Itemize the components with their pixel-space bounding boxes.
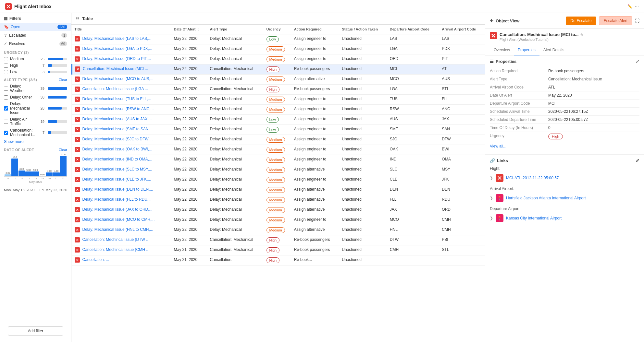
row-title-text[interactable]: Delay: Mechanical Issue (MCO to CMH,... — [82, 217, 155, 222]
row-title-text[interactable]: Delay: Mechanical Issue (SJC to DFW,... — [82, 137, 153, 142]
tab-alert-details[interactable]: Alert Details — [539, 45, 568, 55]
table-row[interactable]: ✕ Delay: Mechanical Issue (DEN to DEN,..… — [72, 185, 485, 195]
flight-link-item[interactable]: ❯ MCI-ATL-2012-11-22 05:00:57 — [490, 172, 639, 184]
add-filter-button[interactable]: Add filter — [8, 326, 63, 336]
row-title-text[interactable]: Delay: Mechanical Issue (FLL to RDU,... — [82, 197, 152, 202]
filter-delay-air-traffic[interactable]: Delay: Air Traffic 19 — [0, 116, 71, 127]
delay-mechanical-checkbox[interactable] — [4, 106, 8, 111]
table-row[interactable]: ✕ Delay: Mechanical Issue (OAK to BWI,..… — [72, 145, 485, 155]
arrival-airport-link-text[interactable]: Hartsfield Jackson Atlanta International… — [506, 196, 586, 200]
departure-airport-link-text[interactable]: Kansas City International Airport — [506, 216, 562, 220]
cell-status: Unactioned — [339, 95, 387, 105]
table-row[interactable]: ✕ Delay: Mechanical Issue (FLL to RDU,..… — [72, 195, 485, 205]
sidebar-open[interactable]: 🔖 Open 230 — [0, 23, 71, 31]
cell-title: ✕ Cancellation: ... — [72, 255, 171, 265]
open-icon: 🔖 — [4, 25, 9, 29]
filter-urgency-low[interactable]: Low 3 — [0, 69, 71, 75]
properties-expand-icon[interactable]: ⤢ — [636, 59, 639, 64]
table-row[interactable]: ✕ Cancellation: Mechincal Issue (LGA ...… — [72, 85, 485, 95]
table-row[interactable]: ✕ Delay: Mechanical Issue (IND to OMA,..… — [72, 155, 485, 165]
table-row[interactable]: ✕ Delay: Mechanical Issue (SMF to SAN,..… — [72, 125, 485, 135]
row-title-text[interactable]: Cancellation: Mechincal Issue (LGA ... — [82, 87, 148, 92]
filter-delay-weather[interactable]: Delay: Weather 39 — [0, 83, 71, 94]
row-title-text[interactable]: Delay: Mechanical Issue (DEN to DEN,... — [82, 187, 153, 192]
table-row[interactable]: ✕ Delay: Mechanical Issue (MCO to CMH,..… — [72, 215, 485, 225]
filter-delay-mechanical[interactable]: Delay: Mechanical Issue 28 — [0, 100, 71, 116]
flight-link-text[interactable]: MCI-ATL-2012-11-22 05:00:57 — [506, 176, 559, 180]
urgency-low-checkbox[interactable] — [4, 70, 8, 74]
row-title-text[interactable]: Delay: Mechanical Issue (SMF to SAN,... — [82, 127, 153, 132]
delay-weather-checkbox[interactable] — [4, 87, 8, 91]
sidebar-escalated[interactable]: ⇧ Escalated 1 — [0, 31, 71, 40]
delay-air-traffic-checkbox[interactable] — [4, 120, 8, 124]
delay-other-checkbox[interactable] — [4, 95, 8, 100]
urgency-medium-checkbox[interactable] — [4, 57, 8, 61]
row-title-text[interactable]: Delay: Mechanical Issue (HNL to CMH,... — [82, 227, 153, 232]
table-row[interactable]: ✕ Delay: Mechanical Issue (JAX to ORD,..… — [72, 205, 485, 215]
star-icon[interactable]: ★ — [580, 32, 584, 37]
row-error-icon: ✕ — [75, 157, 80, 162]
table-row[interactable]: ✕ Cancellation: Mechincal Issue (CMH ...… — [72, 245, 485, 255]
view-all-link[interactable]: View all... — [490, 141, 639, 151]
row-title-text[interactable]: Cancellation: Mechincal Issue (DTW ... — [82, 237, 150, 242]
links-expand-icon[interactable]: ⤢ — [636, 158, 639, 163]
row-title-text[interactable]: Delay: Mechanical Issue (LGA to PDX,... — [82, 46, 152, 52]
table-row[interactable]: ✕ Delay: Mechanical Issue (ORD to PIT,..… — [72, 54, 485, 65]
filter-delay-other[interactable]: Delay: Other 38 — [0, 94, 71, 100]
table-row[interactable]: ✕ Delay: Mechanical Issue (CLE to JFK,..… — [72, 175, 485, 185]
row-title-text[interactable]: Cancellation: Mechincal Issue (MCI ... — [83, 66, 148, 72]
filter-urgency-medium[interactable]: Medium 25 — [0, 56, 71, 62]
fullscreen-icon[interactable]: ⛶ — [635, 18, 639, 23]
cell-status: Unactioned — [339, 175, 387, 185]
date-clear[interactable]: Clear — [59, 148, 67, 152]
row-title-text[interactable]: Delay: Mechanical Issue (JAX to ORD,... — [82, 207, 153, 212]
filter-cancellation-mechanical[interactable]: Cancellation: Mechanical I... 7 — [0, 127, 71, 138]
table-row[interactable]: ✕ Cancellation: Mechincal Issue (DTW ...… — [72, 235, 485, 245]
row-title-text[interactable]: Delay: Mechanical Issue (TUS to FLL,... — [82, 97, 151, 102]
sidebar-resolved[interactable]: ✓ Resolved 69 — [0, 40, 71, 48]
table-row[interactable]: ✕ Delay: Mechanical Issue (SJC to DFW,..… — [72, 135, 485, 145]
cell-departure: TUS — [387, 95, 440, 105]
table-row[interactable]: ✕ Delay: Mechanical Issue (TUS to FLL,..… — [72, 95, 485, 105]
table-row[interactable]: ✕ Delay: Mechanical Issue (RSW to ANC,..… — [72, 105, 485, 115]
table-row[interactable]: ✕ Delay: Mechanical Issue (AUS to JAX,..… — [72, 115, 485, 125]
tab-overview[interactable]: Overview — [490, 45, 514, 55]
edit-icon[interactable]: ✏️ — [627, 4, 632, 9]
escalate-button[interactable]: Escalate Alert — [599, 16, 632, 25]
cell-alert-type: Delay: Mechanical — [207, 95, 264, 105]
row-title-text[interactable]: Delay: Mechanical Issue (IND to OMA,... — [82, 157, 152, 162]
de-escalate-button[interactable]: De-Escalate — [566, 17, 596, 25]
alert-type-clear[interactable]: Clear — [59, 78, 67, 82]
row-title-text[interactable]: Delay: Mechanical Issue (OAK to BWI,... — [82, 147, 152, 152]
departure-airport-link-item[interactable]: ❯ 📍 Kansas City International Airport — [490, 212, 639, 224]
table-row[interactable]: ✕ Delay: Mechanical Issue (LGA to PDX,..… — [72, 44, 485, 54]
row-title-text[interactable]: Delay: Mechanical Issue (MCO to AUS,... — [82, 77, 154, 82]
table-row[interactable]: ✕ Delay: Mechanical Issue (SLC to MSY,..… — [72, 165, 485, 175]
arrival-airport-link-item[interactable]: ❯ 📍 Hartsfield Jackson Atlanta Internati… — [490, 192, 639, 204]
cell-action: Assign engineer to — [291, 175, 340, 185]
cell-alert-type: Delay: Mechanical — [207, 195, 264, 205]
table-row[interactable]: ✕ Delay: Mechanical Issue (LAS to LAS,..… — [72, 34, 485, 44]
table-row[interactable]: ✕ Delay: Mechanical Issue (HNL to CMH,..… — [72, 225, 485, 235]
table-row[interactable]: ✕ Delay: Mechanical Issue (MCO to AUS,..… — [72, 75, 485, 85]
table-row[interactable]: ✕ Cancellation: Mechincal Issue (MCI ...… — [72, 65, 485, 75]
cancellation-mechanical-checkbox[interactable] — [4, 131, 8, 135]
row-title-text[interactable]: Cancellation: Mechincal Issue (CMH ... — [82, 247, 150, 253]
table-row[interactable]: ✕ Cancellation: ... May 21, 2020 Cancell… — [72, 255, 485, 265]
tab-properties[interactable]: Properties — [514, 45, 539, 55]
row-title-text[interactable]: Delay: Mechanical Issue (LAS to LAS,... — [82, 36, 152, 41]
row-title-text[interactable]: Delay: Mechanical Issue (ORD to PIT,... — [82, 56, 151, 62]
urgency-high-checkbox[interactable] — [4, 64, 8, 68]
row-title-text[interactable]: Delay: Mechanical Issue (SLC to MSY,... — [82, 167, 152, 172]
cell-date: May 22, 2020 — [171, 205, 207, 215]
row-title-text[interactable]: Delay: Mechanical Issue (AUS to JAX,... — [82, 117, 152, 122]
cell-arrival: ATL — [439, 65, 485, 75]
show-more[interactable]: Show more — [0, 138, 71, 145]
filter-urgency-high[interactable]: High 7 — [0, 62, 71, 69]
row-title-text[interactable]: Cancellation: ... — [82, 257, 109, 263]
more-icon[interactable]: ⋯ — [635, 4, 639, 9]
arrival-chevron: ❯ — [490, 196, 493, 200]
col-date[interactable]: Date Of Alert ↕ — [171, 25, 207, 34]
row-title-text[interactable]: Delay: Mechanical Issue (CLE to JFK,... — [82, 177, 151, 182]
row-title-text[interactable]: Delay: Mechanical Issue (RSW to ANC,... — [82, 107, 154, 112]
